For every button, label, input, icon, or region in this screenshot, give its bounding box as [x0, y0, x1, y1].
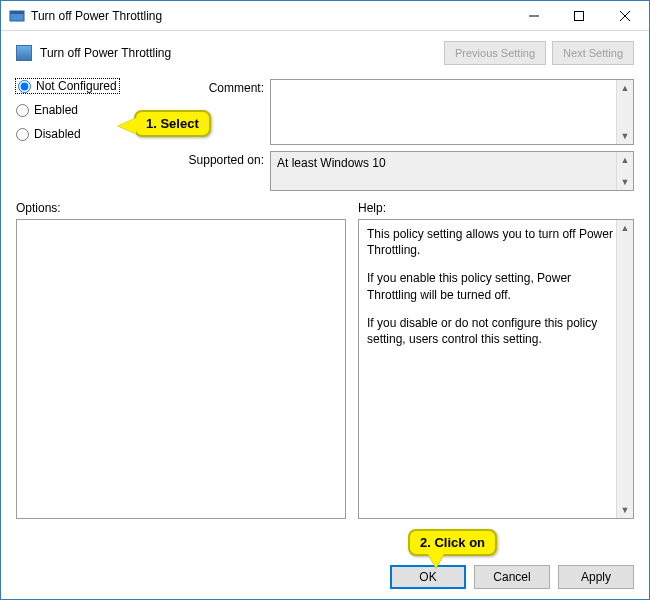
radio-enabled-input[interactable] [16, 104, 29, 117]
header-row: Turn off Power Throttling Previous Setti… [1, 31, 649, 65]
lower-grid: Options: Help: This policy setting allow… [1, 191, 649, 559]
svg-line-5 [620, 11, 630, 21]
comment-label: Comment: [186, 79, 264, 95]
config-area: Not Configured Enabled Disabled Comment:… [1, 65, 649, 191]
maximize-button[interactable] [556, 1, 601, 30]
help-box: This policy setting allows you to turn o… [358, 219, 634, 519]
svg-line-4 [620, 11, 630, 21]
scroll-down-icon[interactable]: ▼ [617, 502, 633, 518]
supported-on-box: At least Windows 10 ▲ ▼ [270, 151, 634, 191]
dialog-window: Turn off Power Throttling Turn off Power… [0, 0, 650, 600]
cancel-button[interactable]: Cancel [474, 565, 550, 589]
policy-icon [16, 45, 32, 61]
radio-enabled-label: Enabled [34, 103, 78, 117]
close-button[interactable] [601, 1, 649, 30]
comment-scroll: ▲ ▼ [616, 80, 633, 144]
scroll-down-icon[interactable]: ▼ [617, 174, 633, 190]
scroll-up-icon[interactable]: ▲ [617, 80, 633, 96]
help-text-3: If you disable or do not configure this … [367, 315, 613, 347]
scroll-down-icon[interactable]: ▼ [617, 128, 633, 144]
options-label: Options: [16, 201, 346, 215]
window-title: Turn off Power Throttling [31, 9, 162, 23]
scroll-up-icon[interactable]: ▲ [617, 220, 633, 236]
policy-heading: Turn off Power Throttling [40, 46, 171, 60]
help-column: Help: This policy setting allows you to … [358, 201, 634, 559]
annotation-step-2: 2. Click on [408, 529, 497, 556]
svg-rect-1 [10, 11, 24, 14]
radio-disabled-label: Disabled [34, 127, 81, 141]
annotation-step-1: 1. Select [134, 110, 211, 137]
help-text-2: If you enable this policy setting, Power… [367, 270, 613, 302]
supported-label: Supported on: [186, 151, 264, 167]
apply-button[interactable]: Apply [558, 565, 634, 589]
supported-on-value: At least Windows 10 [277, 156, 386, 170]
comment-input[interactable]: ▲ ▼ [270, 79, 634, 145]
help-label: Help: [358, 201, 634, 215]
ok-button[interactable]: OK [390, 565, 466, 589]
next-setting-button[interactable]: Next Setting [552, 41, 634, 65]
help-scroll: ▲ ▼ [616, 220, 633, 518]
scroll-up-icon[interactable]: ▲ [617, 152, 633, 168]
radio-disabled-input[interactable] [16, 128, 29, 141]
dialog-buttons: OK Cancel Apply [1, 559, 649, 599]
app-icon [9, 8, 25, 24]
radio-not-configured-label: Not Configured [36, 79, 117, 93]
previous-setting-button[interactable]: Previous Setting [444, 41, 546, 65]
supported-row: Supported on: At least Windows 10 ▲ ▼ [186, 151, 634, 191]
titlebar: Turn off Power Throttling [1, 1, 649, 31]
options-box [16, 219, 346, 519]
svg-rect-3 [574, 11, 583, 20]
fields-column: Comment: ▲ ▼ Supported on: At least Wind… [186, 79, 634, 191]
help-text-1: This policy setting allows you to turn o… [367, 226, 613, 258]
comment-row: Comment: ▲ ▼ [186, 79, 634, 145]
minimize-button[interactable] [511, 1, 556, 30]
setting-nav: Previous Setting Next Setting [444, 41, 634, 65]
window-controls [511, 1, 649, 30]
supported-scroll: ▲ ▼ [616, 152, 633, 190]
options-column: Options: [16, 201, 346, 559]
radio-not-configured-input[interactable] [18, 80, 31, 93]
radio-not-configured[interactable]: Not Configured [16, 79, 119, 93]
